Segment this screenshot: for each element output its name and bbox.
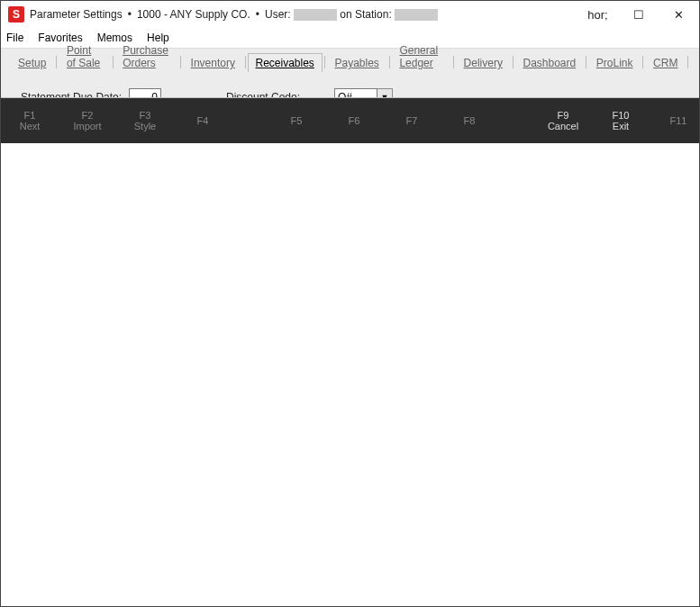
tab-receivables[interactable]: Receivables	[248, 53, 323, 73]
title-app: Parameter Settings	[30, 8, 123, 21]
disc-code-input[interactable]	[334, 88, 377, 97]
tab-inventory[interactable]: Inventory	[183, 53, 243, 72]
f9-cancel-button[interactable]: F9Cancel	[534, 98, 592, 143]
left-column: Statement Due Date: Discount Date: Grace…	[21, 88, 210, 97]
f4-button[interactable]: F4	[174, 98, 232, 143]
tab-setup[interactable]: Setup	[10, 53, 54, 72]
f2-button[interactable]: F2Import	[59, 98, 116, 143]
chevron-down-icon[interactable]: ▼	[377, 88, 393, 97]
tab-zone: Setup Point of Sale Purchase Orders Inve…	[1, 48, 699, 98]
title-station-label: on Station:	[340, 8, 391, 21]
f10-exit-button[interactable]: F10Exit	[592, 98, 650, 143]
titlebar: S Parameter Settings • 1000 - ANY Supply…	[1, 1, 699, 28]
tab-payables[interactable]: Payables	[326, 53, 386, 72]
f8-button[interactable]: F8	[441, 98, 498, 143]
title-user-label: User:	[265, 8, 291, 21]
tab-prolink[interactable]: ProLink	[588, 53, 641, 72]
maximize-button[interactable]: ☐	[618, 1, 659, 28]
app-icon: S	[8, 6, 24, 23]
title-user-redacted	[294, 9, 337, 21]
tab-dashboard[interactable]: Dashboard	[514, 53, 584, 72]
tab-gl[interactable]: General Ledger	[391, 41, 451, 72]
f3-button[interactable]: F3Style	[116, 98, 174, 143]
f11-button[interactable]: F11	[650, 98, 700, 143]
f7-button[interactable]: F7	[383, 98, 441, 143]
tab-delivery[interactable]: Delivery	[456, 53, 511, 72]
tab-crm[interactable]: CRM	[645, 53, 686, 72]
title-company: 1000 - ANY Supply CO.	[137, 8, 250, 21]
stmt-due-label: Statement Due Date:	[21, 91, 129, 97]
tab-pos[interactable]: Point of Sale	[59, 41, 111, 72]
tabstrip: Setup Point of Sale Purchase Orders Inve…	[1, 49, 699, 72]
tab-po[interactable]: Purchase Orders	[114, 41, 178, 72]
f6-button[interactable]: F6	[325, 98, 383, 143]
disc-code-dropdown[interactable]: ▼	[334, 88, 393, 97]
receivables-panel: Statement Due Date: Discount Date: Grace…	[1, 72, 699, 97]
minimize-button[interactable]: hor;	[577, 1, 618, 28]
menu-file[interactable]: File	[6, 32, 23, 44]
footer: F1Next F2Import F3Style F4 F5 F6 F7 F8 F…	[1, 98, 699, 143]
f1-button[interactable]: F1Next	[1, 98, 59, 143]
title-station-redacted	[395, 9, 438, 21]
parameter-settings-window: S Parameter Settings • 1000 - ANY Supply…	[0, 0, 700, 607]
disc-code-label: Discount Code:	[226, 91, 334, 97]
stmt-due-input[interactable]	[129, 88, 161, 97]
mid-column: Discount Code: ▼ Default Discount %: Def…	[226, 88, 433, 97]
close-button[interactable]: ✕	[659, 1, 699, 28]
f5-button[interactable]: F5	[268, 98, 325, 143]
